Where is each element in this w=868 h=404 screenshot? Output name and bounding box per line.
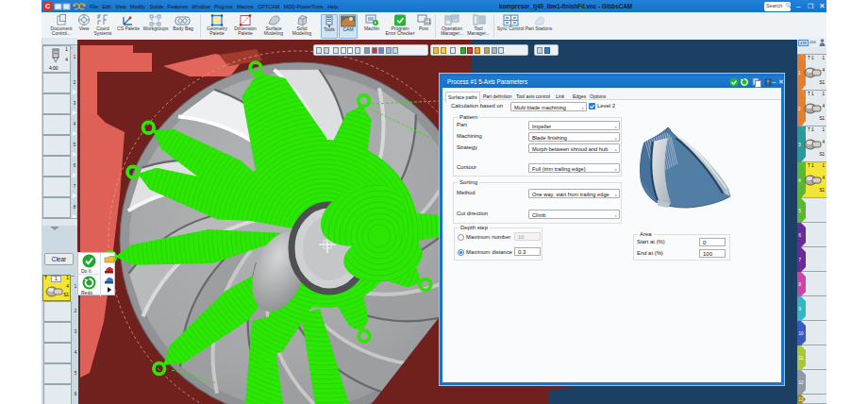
svg-text:G1: G1 (425, 20, 430, 25)
svg-text:3: 3 (798, 142, 801, 147)
svg-text:12: 12 (799, 380, 805, 385)
svg-text:4: 4 (798, 177, 801, 183)
svg-text:11: 11 (799, 356, 804, 361)
svg-text:2: 2 (798, 106, 801, 111)
svg-text:10: 10 (799, 331, 805, 336)
svg-text:13: 13 (799, 397, 805, 402)
svg-text:1: 1 (798, 70, 801, 76)
